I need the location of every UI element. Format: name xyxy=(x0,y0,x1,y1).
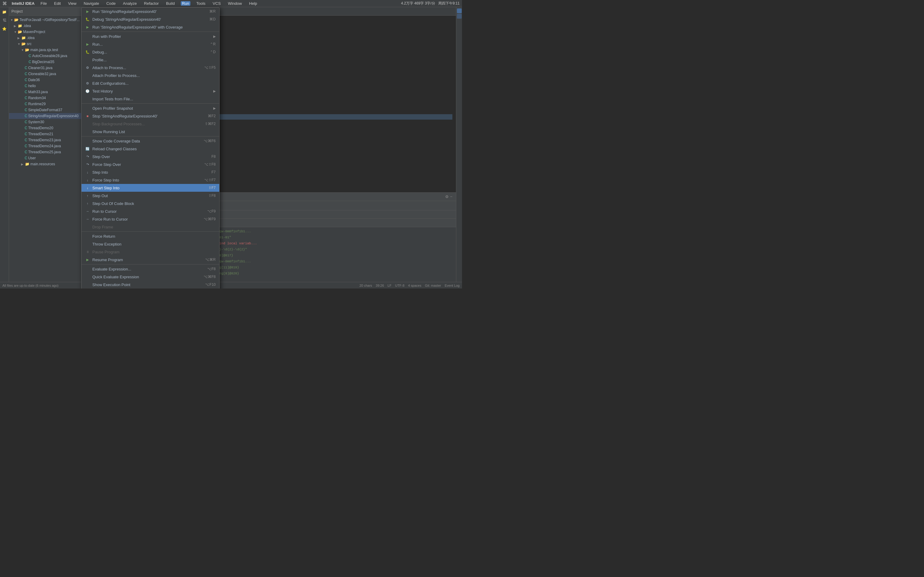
menu-analyze[interactable]: Analyze xyxy=(122,1,138,6)
tree-item-cleaner[interactable]: C Cleaner31.java xyxy=(9,65,84,71)
menu-item-force-step-over[interactable]: ↷ Force Step Over ⌥⇧F8 xyxy=(81,161,219,168)
menu-item-show-running[interactable]: Show Running List xyxy=(81,128,219,135)
tree-item-maven[interactable]: ▼ 📂 MavenProject xyxy=(9,29,84,35)
menu-item-evaluate-expr[interactable]: Evaluate Expression... ⌥F8 xyxy=(81,265,219,273)
menu-item-force-run-to-cursor[interactable]: → Force Run to Cursor ⌥⌘F9 xyxy=(81,215,219,223)
menu-item-label: Run... xyxy=(92,42,103,47)
tree-item-simpledateformat[interactable]: C SimpleDateFormat37 xyxy=(9,107,84,113)
menu-item-debug[interactable]: 🐛 Debug 'StringAndRegularExpression40' ⌘… xyxy=(81,15,219,23)
apple-menu[interactable]: ⌘ xyxy=(2,1,7,6)
tree-item-hello[interactable]: C hello xyxy=(9,83,84,89)
tree-item-system[interactable]: C System30 xyxy=(9,119,84,125)
var-item-result2[interactable]: ▶ ⊙ result2 = {String[8]@820} xyxy=(181,271,456,276)
tree-item-user[interactable]: C User xyxy=(9,155,84,161)
menu-tools[interactable]: Tools xyxy=(195,1,207,6)
menu-item-edit-config[interactable]: ⚙ Edit Configurations... xyxy=(81,79,219,87)
menu-item-step-over[interactable]: ↷ Step Over F8 xyxy=(81,153,219,161)
tree-item-autocloseable[interactable]: ▶ C AutoCloseable28.java xyxy=(9,53,84,59)
var-item-result[interactable]: ▶ ⊙ result = {String[11]@819} xyxy=(181,264,456,271)
java-icon: C xyxy=(29,54,31,58)
debug-minimize-icon[interactable]: − xyxy=(450,195,452,199)
menu-item-throw-exception[interactable]: Throw Exception xyxy=(81,240,219,248)
tree-item-runtime[interactable]: C Runtime29 xyxy=(9,101,84,107)
sidebar-icon-project[interactable]: 📁 xyxy=(1,8,8,16)
tree-label: SimpleDateFormat37 xyxy=(28,108,62,112)
menu-item-step-into[interactable]: ↓ Step Into F7 xyxy=(81,168,219,176)
menu-item-run-to-cursor[interactable]: → Run to Cursor ⌥F9 xyxy=(81,207,219,215)
menu-item-force-return[interactable]: Force Return xyxy=(81,232,219,240)
var-item-args[interactable]: ▶ ⊙ args = {String[0]@817} xyxy=(181,253,456,258)
sidebar-icon-favorites[interactable]: ⭐ xyxy=(1,25,8,32)
shortcut: ⌥⇧F8 xyxy=(204,162,216,166)
menu-item-run-any[interactable]: ▶ Run... ⌃R xyxy=(81,40,219,48)
menu-item-step-out-code-block[interactable]: ↑ Step Out Of Code Block xyxy=(81,200,219,207)
menu-item-debug-any[interactable]: 🐛 Debug... ⌃D xyxy=(81,48,219,56)
tree-item-thread25[interactable]: C ThreadDemo25.java xyxy=(9,149,84,155)
menu-run[interactable]: Run xyxy=(181,1,191,6)
sidebar-icon-structure[interactable]: 🏗 xyxy=(1,17,8,24)
menu-file[interactable]: File xyxy=(39,1,48,6)
var-item-str2[interactable]: ▶ oo str = "127bqncqw-0m0f1nf1b1... xyxy=(181,258,456,264)
menu-view[interactable]: View xyxy=(67,1,78,6)
var-item-str[interactable]: ▶ oo str = "127bqncqw-0m0f1nf1b1... xyxy=(181,228,456,234)
var-item-regex2[interactable]: ▶ oo regex2 = "\d{4}-\d{2}-\d{2}" xyxy=(181,247,456,253)
java-icon: C xyxy=(25,102,27,106)
menu-item-run-coverage[interactable]: ▶ Run 'StringAndRegularExpression40' wit… xyxy=(81,23,219,31)
tree-item-cloneable[interactable]: C Cloneable32.java xyxy=(9,71,84,77)
menu-item-show-exec-point[interactable]: Show Execution Point ⌥F10 xyxy=(81,281,219,288)
menu-edit[interactable]: Edit xyxy=(53,1,62,6)
tree-item-date[interactable]: C Date36 xyxy=(9,77,84,83)
tree-label: Random34 xyxy=(28,96,46,100)
menu-item-smart-step-into[interactable]: ↓ Smart Step Into ⇧F7 xyxy=(81,184,219,192)
menu-item-test-history[interactable]: 🕐 Test History ▶ xyxy=(81,87,219,95)
menu-item-reload[interactable]: 🔄 Reload Changed Classes xyxy=(81,145,219,153)
tree-item-root[interactable]: ▼ 📂 TestForJava8 ~/GitRepository/TestF..… xyxy=(9,17,84,23)
tree-item-src[interactable]: ▼ 📂 src xyxy=(9,41,84,47)
menu-sep-2 xyxy=(81,103,219,104)
menu-item-quick-evaluate[interactable]: Quick Evaluate Expression ⌥⌘F8 xyxy=(81,273,219,281)
run-menu[interactable]: ▶ Run 'StringAndRegularExpression40' ⌘R … xyxy=(81,7,220,288)
menu-window[interactable]: Window xyxy=(227,1,243,6)
var-item-date[interactable]: ▶ ⊗ date = Cannot find local variab... xyxy=(181,240,456,247)
attach-profiler-icon xyxy=(85,73,90,78)
menu-item-profile-any[interactable]: Profile... xyxy=(81,56,219,64)
menu-item-label: Force Return xyxy=(92,234,115,239)
menu-item-label: Attach Profiler to Process... xyxy=(92,73,140,78)
debug-settings-icon[interactable]: ⚙ xyxy=(445,195,449,199)
tree-item-idea1[interactable]: ▶ 📁 .idea xyxy=(9,23,84,29)
menu-item-attach-profiler[interactable]: Attach Profiler to Process... xyxy=(81,71,219,79)
tree-item-thread20[interactable]: C ThreadDemo20 xyxy=(9,125,84,131)
menu-refactor[interactable]: Refactor xyxy=(143,1,160,6)
menu-build[interactable]: Build xyxy=(165,1,176,6)
tree-item-stringregex[interactable]: C StringAndRegularExpression40 xyxy=(9,113,84,119)
statusbar-event-log[interactable]: Event Log xyxy=(444,284,460,287)
tree-item-bigdecimal[interactable]: ▶ C BigDecimal35 xyxy=(9,59,84,65)
var-item-date2[interactable]: ▶ oo date2 = "2020-01-01" xyxy=(181,234,456,240)
tree-item-resources[interactable]: ▶ 📁 main.resources xyxy=(9,161,84,167)
tree-item-random[interactable]: C Random34 xyxy=(9,95,84,101)
menu-item-resume-program[interactable]: ▶ Resume Program ⌥⌘R xyxy=(81,256,219,264)
menu-vcs[interactable]: VCS xyxy=(212,1,222,6)
menu-item-import-tests[interactable]: Import Tests from File... xyxy=(81,95,219,103)
tree-item-thread21[interactable]: C ThreadDemo21 xyxy=(9,131,84,137)
tree-item-idea2[interactable]: ▶ 📁 .idea xyxy=(9,35,84,41)
menu-item-force-step-into[interactable]: ↓ Force Step Into ⌥⇧F7 xyxy=(81,176,219,184)
menu-item-run-profiler[interactable]: Run with Profiler ▶ xyxy=(81,32,219,40)
attach-icon: ⚙ xyxy=(85,65,90,70)
menu-item-attach[interactable]: ⚙ Attach to Process... ⌥⇧F5 xyxy=(81,64,219,71)
tree-item-thread23[interactable]: C ThreadDemo23.java xyxy=(9,137,84,143)
tree-item-math[interactable]: C Math33.java xyxy=(9,89,84,95)
menu-code[interactable]: Code xyxy=(105,1,117,6)
var-item-dec[interactable]: ▶ oo dec = "100.0" xyxy=(181,276,456,282)
menu-item-step-out[interactable]: ↑ Step Out ⇧F8 xyxy=(81,192,219,200)
tree-label: User xyxy=(28,156,36,160)
tree-item-main[interactable]: ▼ 📂 main.java.sjx.test xyxy=(9,47,84,53)
tree-item-thread24[interactable]: C ThreadDemo24.java xyxy=(9,143,84,149)
app-name: IntelliJ IDEA xyxy=(12,1,35,6)
menu-item-run[interactable]: ▶ Run 'StringAndRegularExpression40' ⌘R xyxy=(81,8,219,15)
menu-item-stop[interactable]: ■ Stop 'StringAndRegularExpression40' ⌘F… xyxy=(81,112,219,120)
menu-navigate[interactable]: Navigate xyxy=(82,1,100,6)
menu-item-coverage-data[interactable]: Show Code Coverage Data ⌥⌘F6 xyxy=(81,137,219,145)
menu-item-open-profiler[interactable]: Open Profiler Snapshot ▶ xyxy=(81,104,219,112)
menu-help[interactable]: Help xyxy=(248,1,258,6)
